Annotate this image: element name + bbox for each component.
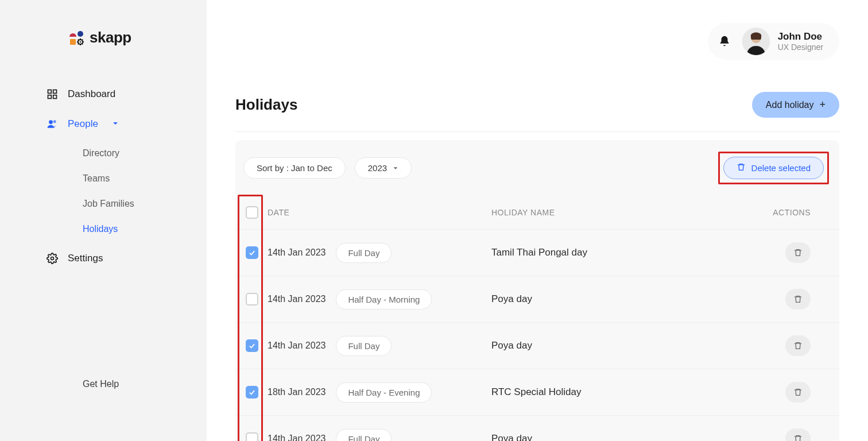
- sidebar-item-label: Dashboard: [68, 88, 115, 100]
- main-content: John Doe UX Designer Holidays Add holida…: [207, 0, 868, 441]
- table-row: 14th Jan 2023Full DayPoya day: [235, 416, 839, 442]
- sidebar-item-dashboard[interactable]: Dashboard: [46, 81, 207, 107]
- holidays-table: DATE HOLIDAY NAME ACTIONS 14th Jan 2023F…: [235, 196, 839, 441]
- table-header-actions: ACTIONS: [759, 196, 839, 230]
- table-header-name: HOLIDAY NAME: [491, 196, 759, 230]
- delete-row-button[interactable]: [785, 428, 811, 441]
- delete-row-button[interactable]: [785, 242, 811, 263]
- holiday-name: Poya day: [491, 433, 532, 441]
- page-header: Holidays Add holiday +: [235, 92, 839, 132]
- bell-icon[interactable]: [718, 35, 731, 48]
- brand-logo-mark: [69, 30, 85, 46]
- sidebar-item-people[interactable]: People: [46, 111, 207, 137]
- holidays-table-wrapper: Sort by : Jan to Dec 2023: [235, 140, 839, 441]
- table-row: 14th Jan 2023Full DayTamil Thai Pongal d…: [235, 230, 839, 276]
- people-icon: [46, 118, 59, 130]
- sidebar-item-label: Settings: [68, 253, 103, 264]
- svg-rect-14: [48, 95, 52, 99]
- topbar: John Doe UX Designer: [235, 23, 839, 60]
- svg-rect-12: [48, 90, 52, 94]
- delete-selected-highlight: Delete selected: [718, 152, 829, 184]
- sidebar-footer: Get Help: [0, 379, 207, 441]
- table-row: 18th Jan 2023Half Day - EveningRTC Speci…: [235, 369, 839, 416]
- table-row: 14th Jan 2023Half Day - MorningPoya day: [235, 276, 839, 323]
- svg-line-11: [82, 39, 83, 40]
- sidebar-item-teams[interactable]: Teams: [83, 166, 207, 191]
- sidebar: skapp Dashboard: [0, 0, 207, 441]
- holiday-date: 14th Jan 2023: [268, 294, 326, 304]
- user-name: John Doe: [778, 31, 823, 42]
- page-title: Holidays: [235, 96, 297, 114]
- row-checkbox[interactable]: [246, 293, 258, 305]
- row-checkbox[interactable]: [246, 386, 258, 399]
- table-header-date: DATE: [268, 196, 491, 230]
- sidebar-item-job-families[interactable]: Job Families: [83, 191, 207, 216]
- row-checkbox[interactable]: [246, 432, 258, 441]
- plus-icon: +: [819, 99, 826, 111]
- sidebar-item-settings[interactable]: Settings: [46, 245, 207, 272]
- year-value: 2023: [368, 163, 387, 173]
- add-holiday-button[interactable]: Add holiday +: [752, 92, 839, 118]
- trash-icon: [737, 163, 746, 173]
- sidebar-people-subitems: Directory Teams Job Families Holidays: [46, 141, 207, 242]
- brand-name: skapp: [90, 29, 131, 47]
- holiday-date: 14th Jan 2023: [268, 341, 326, 351]
- svg-line-10: [78, 43, 79, 44]
- holiday-name: Poya day: [491, 293, 532, 304]
- holiday-name: Poya day: [491, 340, 532, 351]
- svg-line-9: [82, 43, 83, 44]
- user-meta: John Doe UX Designer: [778, 31, 823, 52]
- duration-badge: Full Day: [336, 243, 392, 263]
- year-dropdown[interactable]: 2023: [355, 157, 412, 179]
- holiday-name: RTC Special Holiday: [491, 386, 582, 397]
- sidebar-item-holidays[interactable]: Holidays: [83, 216, 207, 242]
- svg-rect-15: [53, 95, 57, 99]
- holiday-date: 14th Jan 2023: [268, 434, 326, 441]
- svg-point-0: [78, 31, 83, 37]
- table-row: 14th Jan 2023Full DayPoya day: [235, 323, 839, 369]
- svg-line-8: [78, 39, 79, 40]
- duration-badge: Full Day: [336, 336, 392, 356]
- delete-row-button[interactable]: [785, 335, 811, 356]
- duration-badge: Full Day: [336, 429, 392, 442]
- duration-badge: Half Day - Evening: [336, 382, 432, 403]
- svg-point-18: [51, 257, 54, 260]
- get-help-link[interactable]: Get Help: [83, 379, 207, 389]
- row-checkbox[interactable]: [246, 246, 258, 259]
- svg-point-17: [53, 120, 56, 123]
- filters-row: Sort by : Jan to Dec 2023: [235, 140, 839, 196]
- delete-row-button[interactable]: [785, 382, 811, 403]
- sort-label: Sort by : Jan to Dec: [257, 163, 332, 173]
- holiday-name: Tamil Thai Pongal day: [491, 247, 587, 258]
- dashboard-icon: [46, 88, 59, 100]
- holiday-date: 18th Jan 2023: [268, 387, 326, 397]
- sort-dropdown[interactable]: Sort by : Jan to Dec: [243, 157, 346, 179]
- svg-point-16: [49, 120, 53, 124]
- gear-icon: [46, 252, 59, 265]
- svg-rect-1: [70, 39, 76, 45]
- holiday-date: 14th Jan 2023: [268, 247, 326, 258]
- chevron-down-icon: [112, 118, 119, 130]
- svg-point-3: [80, 41, 81, 42]
- add-holiday-label: Add holiday: [766, 100, 814, 110]
- avatar: [742, 28, 770, 55]
- duration-badge: Half Day - Morning: [336, 289, 432, 310]
- svg-rect-13: [53, 90, 57, 94]
- delete-selected-label: Delete selected: [751, 163, 811, 173]
- row-checkbox[interactable]: [246, 339, 258, 352]
- user-area[interactable]: John Doe UX Designer: [708, 23, 839, 60]
- sidebar-item-label: People: [68, 118, 98, 130]
- sidebar-nav: Dashboard People Directory: [0, 81, 207, 272]
- chevron-down-icon: [393, 163, 398, 173]
- brand-logo: skapp: [0, 29, 207, 81]
- sidebar-item-directory[interactable]: Directory: [83, 141, 207, 166]
- user-role: UX Designer: [778, 42, 823, 52]
- delete-selected-button[interactable]: Delete selected: [723, 157, 824, 179]
- delete-row-button[interactable]: [785, 289, 811, 310]
- select-all-checkbox[interactable]: [246, 206, 258, 219]
